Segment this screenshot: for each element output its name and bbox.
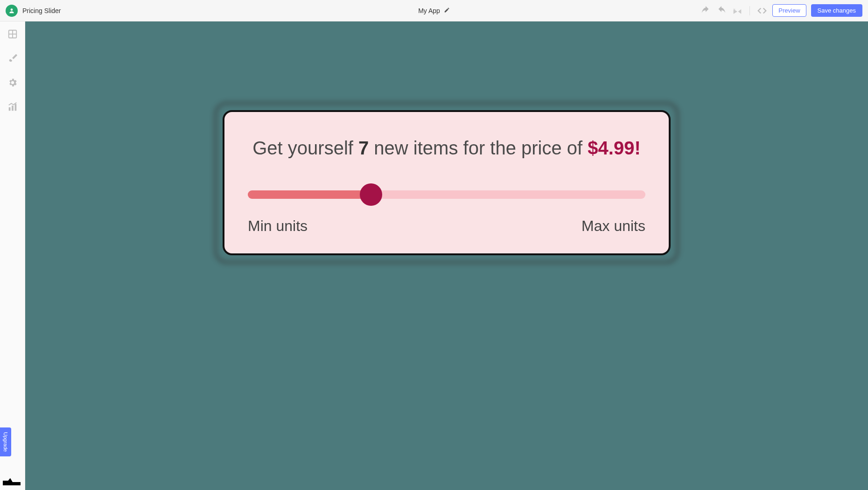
- price-value: $4.99!: [588, 138, 640, 158]
- pricing-card-selection: Get yourself 7 new items for the price o…: [223, 110, 671, 255]
- grid-icon[interactable]: [7, 28, 19, 40]
- avatar-icon: [8, 7, 15, 14]
- chart-icon[interactable]: [7, 101, 19, 113]
- headline-text-mid: new items for the price of: [369, 138, 588, 158]
- canvas[interactable]: Get yourself 7 new items for the price o…: [25, 21, 868, 490]
- pricing-card[interactable]: Get yourself 7 new items for the price o…: [223, 110, 671, 255]
- project-name: Pricing Slider: [22, 7, 61, 14]
- build-icon[interactable]: [732, 5, 743, 16]
- header-actions: Preview Save changes: [700, 4, 862, 17]
- platform-logo-icon: [3, 475, 21, 485]
- separator: [749, 6, 750, 15]
- svg-rect-4: [8, 107, 10, 111]
- header-left: Pricing Slider: [6, 5, 61, 17]
- redo-icon[interactable]: [716, 5, 727, 16]
- svg-point-0: [11, 8, 13, 11]
- slider-labels: Min units Max units: [248, 217, 645, 235]
- app-header: Pricing Slider My App Preview Save chang…: [0, 0, 868, 21]
- brush-icon[interactable]: [7, 52, 19, 64]
- gear-icon[interactable]: [7, 77, 19, 89]
- max-units-label: Max units: [581, 217, 645, 235]
- edit-title-icon[interactable]: [444, 7, 450, 14]
- left-sidebar: Upgrade: [0, 21, 25, 490]
- code-icon[interactable]: [756, 5, 768, 16]
- slider-track-fill: [248, 190, 371, 199]
- min-units-label: Min units: [248, 217, 308, 235]
- undo-icon[interactable]: [700, 5, 711, 16]
- pricing-headline: Get yourself 7 new items for the price o…: [248, 134, 645, 161]
- preview-button[interactable]: Preview: [772, 4, 806, 17]
- user-avatar[interactable]: [6, 5, 18, 17]
- app-title-group: My App: [418, 7, 450, 14]
- save-button[interactable]: Save changes: [811, 4, 862, 17]
- headline-text-before: Get yourself: [252, 138, 358, 158]
- app-title: My App: [418, 7, 440, 14]
- slider-thumb[interactable]: [360, 183, 382, 206]
- svg-rect-6: [14, 104, 16, 111]
- units-slider[interactable]: [248, 184, 645, 205]
- upgrade-button[interactable]: Upgrade: [0, 427, 11, 456]
- svg-rect-5: [12, 105, 14, 111]
- item-count: 7: [358, 138, 369, 158]
